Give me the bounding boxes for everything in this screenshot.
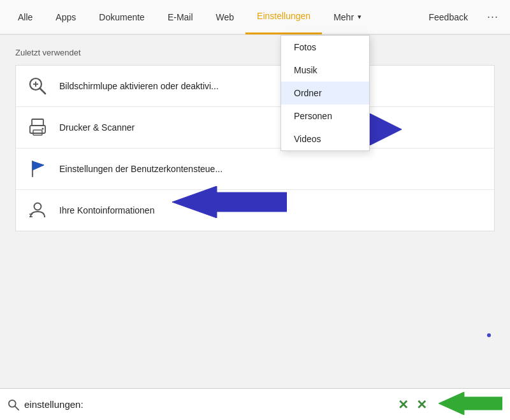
nav-items: Alle Apps Dokumente E-Mail Web Einstellu… xyxy=(6,0,420,34)
feedback-button[interactable]: Feedback xyxy=(420,0,477,34)
nav-item-apps[interactable]: Apps xyxy=(44,0,87,34)
search-query[interactable]: einstellungen: xyxy=(24,399,391,410)
dropdown-item-videos[interactable]: Videos xyxy=(281,127,369,150)
result-text-printer: Drucker & Scanner xyxy=(59,122,135,133)
search-arrow-annotation xyxy=(439,392,502,417)
printer-icon xyxy=(26,116,49,139)
nav-item-dokumente[interactable]: Dokumente xyxy=(87,0,156,34)
magnifier-icon xyxy=(26,75,49,98)
search-bar-icon xyxy=(8,399,19,410)
result-text-person: Ihre Kontoinformationen xyxy=(59,205,154,215)
flag-icon xyxy=(26,157,49,180)
section-label: Zuletzt verwendet xyxy=(15,48,495,57)
main-content: Zuletzt verwendet Bildschirmlupe aktivie… xyxy=(0,35,510,388)
result-text-magnifier: Bildschirmlupe aktivieren oder deaktivi.… xyxy=(59,81,219,91)
dropdown-item-ordner[interactable]: Ordner xyxy=(281,82,369,105)
top-nav: Alle Apps Dokumente E-Mail Web Einstellu… xyxy=(0,0,510,35)
dropdown-item-fotos[interactable]: Fotos xyxy=(281,36,369,59)
more-options-button[interactable]: ··· xyxy=(482,0,504,34)
nav-item-alle[interactable]: Alle xyxy=(6,0,44,34)
dropdown-item-personen[interactable]: Personen xyxy=(281,105,369,127)
search-bar: einstellungen: ✕ ✕ xyxy=(0,388,510,420)
svg-rect-4 xyxy=(32,119,43,126)
person-icon xyxy=(26,199,49,222)
nav-right: Feedback ··· xyxy=(420,0,504,34)
svg-line-16 xyxy=(15,406,18,409)
dropdown-menu: Fotos Musik Ordner Personen Videos xyxy=(280,35,370,151)
nav-item-einstellungen[interactable]: Einstellungen xyxy=(245,0,322,34)
nav-item-web[interactable]: Web xyxy=(205,0,246,34)
svg-marker-9 xyxy=(33,161,44,170)
nav-item-mehr[interactable]: Mehr ▾ xyxy=(322,0,373,34)
result-item-magnifier[interactable]: Bildschirmlupe aktivieren oder deaktivi.… xyxy=(16,66,494,107)
svg-rect-6 xyxy=(33,130,42,135)
dot-indicator xyxy=(487,333,491,337)
svg-marker-14 xyxy=(172,186,287,218)
nav-item-email[interactable]: E-Mail xyxy=(156,0,205,34)
svg-line-1 xyxy=(40,89,45,94)
arrow-left-annotation xyxy=(172,186,287,221)
dropdown-item-musik[interactable]: Musik xyxy=(281,59,369,82)
search-clear-2[interactable]: ✕ xyxy=(416,397,427,412)
mehr-chevron-icon: ▾ xyxy=(358,13,361,21)
search-clear-1[interactable]: ✕ xyxy=(398,397,409,412)
result-item-flag[interactable]: Einstellungen der Benutzerkontensteue... xyxy=(16,148,494,190)
svg-point-15 xyxy=(9,400,16,407)
svg-marker-17 xyxy=(439,392,502,415)
svg-point-10 xyxy=(34,203,41,210)
svg-point-7 xyxy=(42,128,44,130)
result-text-flag: Einstellungen der Benutzerkontensteue... xyxy=(59,164,222,174)
result-item-printer[interactable]: Drucker & Scanner xyxy=(16,107,494,148)
